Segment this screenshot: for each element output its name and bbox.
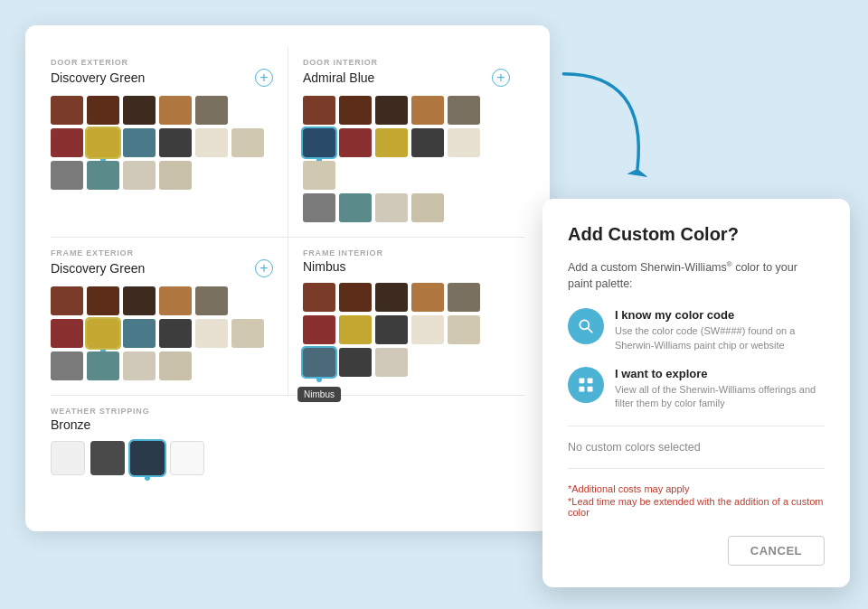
swatch[interactable] [51, 351, 83, 380]
door-interior-swatches [303, 96, 510, 222]
dialog-footer-notes: *Additional costs may apply *Lead time m… [568, 483, 825, 518]
weather-stripping-label: WEATHER STRIPPING [51, 407, 524, 416]
swatch[interactable] [411, 193, 444, 222]
swatch[interactable] [339, 348, 372, 377]
swatch[interactable] [375, 96, 408, 125]
door-exterior-add-btn[interactable]: + [255, 69, 273, 87]
swatch-selected[interactable] [87, 128, 119, 157]
weather-swatch-white[interactable] [51, 441, 85, 475]
dialog-divider [568, 426, 825, 426]
swatch[interactable] [123, 161, 156, 190]
swatch[interactable] [448, 96, 480, 125]
swatch[interactable] [448, 315, 480, 344]
swatch[interactable] [375, 283, 408, 312]
swatch[interactable] [231, 128, 264, 157]
config-panel: DOOR EXTERIOR Discovery Green + [25, 25, 550, 531]
swatch[interactable] [303, 161, 335, 190]
frame-exterior-label: FRAME EXTERIOR [51, 248, 273, 258]
swatch[interactable] [123, 96, 156, 125]
swatch[interactable] [159, 351, 192, 380]
swatch[interactable] [87, 351, 119, 380]
swatch[interactable] [195, 96, 228, 125]
door-exterior-label: DOOR EXTERIOR [51, 58, 273, 67]
swatch[interactable] [303, 96, 335, 125]
frame-interior-swatches: Nimbus [303, 283, 510, 377]
option1-desc: Use the color code (SW####) found on a S… [615, 324, 825, 352]
option2-desc: View all of the Sherwin-Williams offerin… [615, 383, 825, 411]
swatch[interactable] [339, 96, 372, 125]
swatch[interactable] [51, 128, 83, 157]
swatch-selected-nimbus[interactable]: Nimbus [303, 348, 335, 377]
dialog-option-explore[interactable]: I want to explore View all of the Sherwi… [568, 367, 825, 411]
swatch[interactable] [159, 96, 192, 125]
svg-rect-6 [588, 387, 593, 392]
swatch[interactable] [303, 193, 335, 222]
swatch[interactable] [87, 161, 119, 190]
swatch[interactable] [339, 128, 372, 157]
door-exterior-section: DOOR EXTERIOR Discovery Green + [51, 47, 288, 237]
swatch[interactable] [411, 283, 444, 312]
door-interior-add-btn[interactable]: + [492, 69, 510, 87]
swatch[interactable] [51, 286, 83, 315]
custom-color-dialog: Add Custom Color? Add a custom Sherwin-W… [542, 199, 850, 587]
swatch[interactable] [123, 351, 156, 380]
frame-grid: FRAME EXTERIOR Discovery Green + [51, 238, 524, 395]
weather-swatch-bronze[interactable] [130, 441, 165, 475]
weather-swatch-dark[interactable] [90, 441, 125, 475]
swatch[interactable] [51, 161, 83, 190]
door-interior-section: DOOR INTERIOR Admiral Blue + [288, 47, 524, 237]
swatch[interactable] [303, 315, 335, 344]
frame-exterior-section: FRAME EXTERIOR Discovery Green + [51, 238, 288, 395]
dialog-title: Add Custom Color? [568, 224, 825, 245]
swatch[interactable] [375, 315, 408, 344]
dialog-divider-2 [568, 468, 825, 469]
weather-stripping-section: WEATHER STRIPPING Bronze [51, 396, 524, 475]
weather-swatches [51, 441, 524, 475]
swatch[interactable] [448, 128, 480, 157]
swatch[interactable] [411, 128, 444, 157]
swatch[interactable] [159, 128, 192, 157]
swatch[interactable] [339, 315, 372, 344]
swatch[interactable] [411, 96, 444, 125]
swatch[interactable] [303, 283, 335, 312]
swatch[interactable] [339, 193, 372, 222]
swatch[interactable] [51, 319, 83, 348]
grid-icon [568, 367, 604, 403]
config-grid: DOOR EXTERIOR Discovery Green + [51, 47, 524, 237]
swatch[interactable] [375, 128, 408, 157]
swatch[interactable] [159, 161, 192, 190]
swatch[interactable] [159, 286, 192, 315]
swatch[interactable] [123, 128, 156, 157]
swatch[interactable] [339, 283, 372, 312]
door-interior-value: Admiral Blue + [303, 69, 510, 87]
arrow-annotation [542, 54, 669, 199]
swatch[interactable] [159, 319, 192, 348]
swatch[interactable] [411, 315, 444, 344]
swatch[interactable] [123, 286, 156, 315]
swatch-selected[interactable] [303, 128, 335, 157]
svg-rect-5 [580, 387, 585, 392]
weather-stripping-value: Bronze [51, 417, 524, 432]
swatch-selected[interactable] [87, 319, 119, 348]
swatch[interactable] [195, 319, 228, 348]
swatch[interactable] [375, 348, 408, 377]
swatch[interactable] [231, 319, 264, 348]
frame-exterior-add-btn[interactable]: + [255, 259, 273, 277]
svg-rect-3 [580, 378, 585, 383]
frame-interior-label: FRAME INTERIOR [303, 248, 510, 258]
weather-swatch-light[interactable] [170, 441, 204, 475]
swatch[interactable] [375, 193, 408, 222]
cancel-button[interactable]: CANCEL [728, 536, 825, 566]
swatch[interactable] [87, 96, 119, 125]
swatch[interactable] [51, 96, 83, 125]
svg-marker-0 [627, 169, 647, 177]
option-explore-text: I want to explore View all of the Sherwi… [615, 367, 825, 411]
swatch[interactable] [123, 319, 156, 348]
dialog-footer-btn-row: CANCEL [568, 536, 825, 566]
swatch[interactable] [195, 286, 228, 315]
swatch[interactable] [448, 283, 480, 312]
swatch[interactable] [195, 128, 228, 157]
nimbus-tooltip: Nimbus [297, 387, 341, 402]
dialog-option-color-code[interactable]: I know my color code Use the color code … [568, 308, 825, 352]
swatch[interactable] [87, 286, 119, 315]
